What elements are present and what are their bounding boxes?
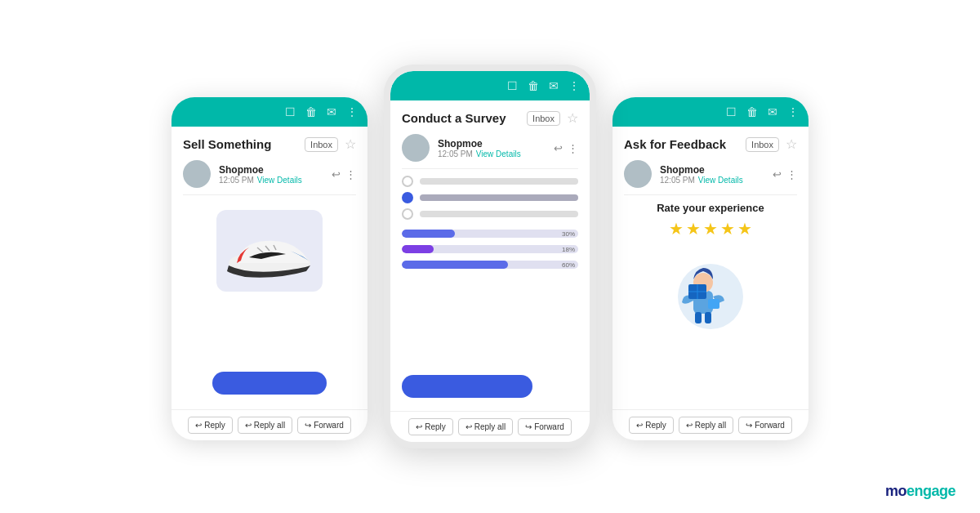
more-icon-left[interactable]: ⋮ (346, 105, 358, 118)
star-4[interactable]: ★ (720, 219, 735, 239)
view-details-left[interactable]: View Details (257, 176, 302, 185)
view-details-center[interactable]: View Details (476, 149, 521, 158)
archive-icon-center[interactable]: ☐ (507, 79, 518, 92)
sender-time-right: 12:05 PM (660, 176, 695, 185)
trash-icon-center[interactable]: 🗑 (528, 79, 539, 92)
survey-option-1 (402, 176, 578, 187)
bar-label-2: 18% (562, 246, 575, 253)
cta-button-center[interactable] (402, 375, 532, 398)
avatar-right (624, 160, 652, 188)
feedback-content-right: Rate your experience ★ ★ ★ ★ ★ (612, 195, 808, 409)
forward-icon-btn-right: ↪ (746, 421, 752, 430)
star-1[interactable]: ★ (669, 219, 684, 239)
phone-left: ☐ 🗑 ✉ ⋮ Sell Something Inbox ☆ Shopmoe 1… (172, 97, 368, 440)
star-icon-left[interactable]: ☆ (345, 136, 356, 152)
reply-icon-btn-right: ↩ (636, 421, 643, 430)
reply-icon-btn-center: ↩ (416, 422, 422, 431)
svg-rect-11 (695, 312, 702, 323)
phone-body-left: Sell Something Inbox ☆ Shopmoe 12:05 PM … (172, 127, 368, 409)
forward-icon-btn-left: ↪ (305, 421, 311, 430)
phone-body-right: Ask for Feedback Inbox ☆ Shopmoe 12:05 P… (612, 127, 808, 409)
forward-button-left[interactable]: ↪ Forward (297, 417, 351, 434)
mail-icon-left[interactable]: ✉ (327, 105, 336, 118)
phone-body-center: Conduct a Survey Inbox ☆ Shopmoe 12:05 P… (390, 100, 590, 411)
radio-1[interactable] (402, 176, 413, 187)
survey-option-2 (402, 192, 578, 203)
reply-all-icon-btn-center: ↩ (466, 422, 472, 431)
more-action-icon-left[interactable]: ⋮ (345, 168, 356, 181)
sender-actions-left: ↩ ⋮ (332, 168, 356, 181)
reply-all-button-right[interactable]: ↩ Reply all (679, 417, 733, 434)
reply-icon-center[interactable]: ↩ (554, 142, 563, 154)
star-icon-center[interactable]: ☆ (567, 110, 578, 126)
sender-name-left: Shopmoe (219, 164, 323, 176)
sender-info-right: Shopmoe 12:05 PM View Details (660, 164, 764, 185)
reply-button-right[interactable]: ↩ Reply (629, 417, 674, 434)
view-details-right[interactable]: View Details (698, 176, 743, 185)
reply-icon-right[interactable]: ↩ (773, 168, 782, 181)
radio-2[interactable] (402, 192, 413, 203)
avatar-center (402, 134, 430, 162)
shoe-image-left (216, 210, 323, 292)
more-action-icon-right[interactable]: ⋮ (786, 168, 797, 181)
reply-all-icon-btn-left: ↩ (245, 421, 252, 430)
bar-row-3: 60% (402, 259, 578, 270)
phone-footer-center: ↩ Reply ↩ Reply all ↪ Forward (390, 411, 590, 442)
bar-bg-3: 60% (402, 261, 578, 269)
phone-center: ☐ 🗑 ✉ ⋮ Conduct a Survey Inbox ☆ Shopmoe (384, 65, 596, 448)
phone-footer-right: ↩ Reply ↩ Reply all ↪ Forward (612, 409, 808, 440)
forward-icon-btn-center: ↪ (525, 422, 532, 431)
star-5[interactable]: ★ (737, 219, 752, 239)
more-action-icon-center[interactable]: ⋮ (568, 142, 578, 154)
archive-icon-right[interactable]: ☐ (726, 105, 737, 118)
cta-button-left[interactable] (212, 372, 327, 395)
more-icon-right[interactable]: ⋮ (787, 105, 799, 118)
reply-icon-left[interactable]: ↩ (332, 168, 341, 181)
inbox-badge-center: Inbox (527, 111, 560, 126)
inbox-badge-right: Inbox (746, 137, 779, 152)
star-icon-right[interactable]: ☆ (786, 136, 797, 152)
reply-button-left[interactable]: ↩ Reply (188, 417, 233, 434)
sender-name-center: Shopmoe (438, 138, 546, 149)
reply-button-center[interactable]: ↩ Reply (408, 418, 453, 435)
moengage-accent: engage (906, 483, 956, 499)
trash-icon-right[interactable]: 🗑 (746, 105, 758, 118)
reply-all-button-center[interactable]: ↩ Reply all (458, 418, 513, 435)
email-title-row-left: Sell Something Inbox ☆ (172, 127, 368, 157)
sender-row-right: Shopmoe 12:05 PM View Details ↩ ⋮ (612, 157, 808, 194)
survey-option-3 (402, 208, 578, 220)
email-content-left (172, 195, 368, 409)
shoe-svg (220, 218, 318, 283)
avatar-left (183, 160, 211, 188)
bar-container: 30% 18% 60% (402, 228, 578, 270)
svg-rect-10 (708, 299, 719, 309)
more-icon-center[interactable]: ⋮ (568, 79, 580, 92)
survey-content-center: 30% 18% 60% (390, 169, 590, 411)
phone-header-center: ☐ 🗑 ✉ ⋮ (390, 71, 590, 100)
forward-button-center[interactable]: ↪ Forward (518, 418, 572, 435)
star-3[interactable]: ★ (703, 219, 718, 239)
stars-row: ★ ★ ★ ★ ★ (669, 219, 752, 239)
rate-title: Rate your experience (657, 202, 764, 214)
trash-icon-left[interactable]: 🗑 (305, 105, 317, 118)
star-2[interactable]: ★ (686, 219, 701, 239)
illustration-svg (666, 243, 755, 333)
mail-icon-right[interactable]: ✉ (768, 105, 777, 118)
sender-time-center: 12:05 PM (438, 149, 473, 158)
moengage-text: mo (885, 483, 906, 499)
phone-center-inner: ☐ 🗑 ✉ ⋮ Conduct a Survey Inbox ☆ Shopmoe (390, 71, 590, 442)
forward-button-right[interactable]: ↪ Forward (738, 417, 792, 434)
phone-header-right: ☐ 🗑 ✉ ⋮ (612, 97, 808, 127)
mail-icon-center[interactable]: ✉ (549, 79, 559, 92)
bar-fill-1 (402, 230, 455, 238)
bar-row-1: 30% (402, 228, 578, 239)
moengage-logo: moengage (885, 483, 956, 500)
email-title-center: Conduct a Survey (402, 111, 506, 125)
radio-3[interactable] (402, 208, 413, 220)
inbox-badge-left: Inbox (305, 137, 338, 152)
sender-info-left: Shopmoe 12:05 PM View Details (219, 164, 323, 185)
reply-all-button-left[interactable]: ↩ Reply all (238, 417, 292, 434)
main-container: ☐ 🗑 ✉ ⋮ Sell Something Inbox ☆ Shopmoe 1… (0, 0, 980, 513)
archive-icon-left[interactable]: ☐ (285, 105, 296, 118)
bar-bg-1: 30% (402, 230, 578, 238)
